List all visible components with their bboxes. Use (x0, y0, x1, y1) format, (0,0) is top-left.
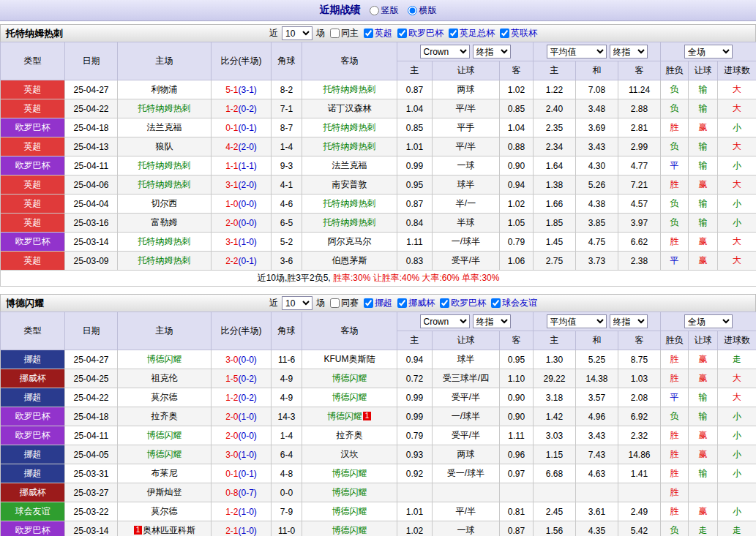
col-away: 客场 (302, 312, 397, 350)
scope-select[interactable]: 全场 (684, 45, 733, 58)
bookmaker-select[interactable]: Crown (420, 314, 470, 328)
subcol-res-handicap: 让球 (689, 331, 718, 350)
league-filter[interactable]: 挪威杯 (394, 297, 435, 309)
asian-index-select[interactable]: 终指 (473, 314, 511, 328)
result-handicap (689, 483, 718, 502)
subcol-res-goals: 进球数 (718, 61, 756, 80)
fulltime-score: 1-2 (225, 507, 238, 517)
euro-draw-odds: 3.61 (576, 502, 618, 521)
asian-away-odds: 0.90 (500, 407, 534, 426)
fulltime-score: 3-0 (225, 450, 238, 460)
league-filter[interactable]: 欧罗巴杯 (394, 27, 444, 39)
layout-option-horizontal[interactable]: 横版 (408, 4, 437, 17)
match-row: 挪威杯25-04-25祖克伦1-5(0-2)4-9博德闪耀0.72受三球半/四1… (1, 369, 756, 388)
asian-home-odds: 0.94 (397, 350, 433, 369)
score: 1-2(0-2) (212, 99, 272, 118)
league-checkbox[interactable] (440, 298, 449, 308)
fulltime-score: 5-1 (225, 85, 238, 95)
league-badge: 挪威杯 (1, 369, 65, 388)
horizontal-layout-radio[interactable] (408, 6, 417, 15)
match-date: 25-04-11 (65, 426, 118, 445)
league-filter[interactable]: 球会友谊 (488, 297, 537, 309)
asian-home-odds: 0.99 (397, 156, 433, 175)
league-filter-label: 欧罗巴杯 (451, 297, 486, 309)
match-count-select[interactable]: 10 (282, 296, 312, 310)
league-checkbox[interactable] (364, 29, 373, 38)
league-checkbox[interactable] (491, 298, 501, 308)
corners: 14-3 (272, 407, 302, 426)
asian-index-select[interactable]: 终指 (473, 45, 511, 58)
euro-draw-odds: 3.57 (576, 388, 618, 407)
match-date: 25-04-11 (65, 156, 118, 175)
subcol-euro-away: 客 (618, 61, 661, 80)
section-header: 博德闪耀近10场同赛挪超挪威杯欧罗巴杯球会友谊 (0, 294, 756, 312)
league-checkbox[interactable] (364, 298, 373, 308)
league-filter[interactable]: 英超 (361, 27, 392, 39)
match-row: 英超25-04-13狼队4-2(2-0)1-4托特纳姆热刺1.01平/半0.88… (1, 137, 756, 156)
vertical-layout-radio[interactable] (370, 6, 379, 15)
league-filter[interactable]: 英足总杯 (446, 27, 495, 39)
red-card-icon: 1 (134, 526, 142, 535)
league-filter-label: 欧罗巴杯 (408, 27, 444, 39)
match-count-select[interactable]: 10 (282, 26, 312, 40)
col-score: 比分(半场) (212, 312, 272, 350)
euro-index-select[interactable]: 终指 (610, 45, 648, 58)
home-team: 拉齐奥 (118, 407, 212, 426)
league-checkbox[interactable] (449, 29, 458, 38)
subcol-asian-handicap: 让球 (433, 61, 500, 80)
same-checkbox[interactable] (330, 29, 340, 38)
away-team-name: 托特纳姆热刺 (323, 84, 376, 94)
same-filter[interactable]: 同赛 (327, 297, 359, 309)
euro-home-odds: 6.68 (534, 464, 576, 483)
team-name: 博德闪耀 (1, 297, 44, 310)
subcol-res-wdl: 胜负 (661, 331, 689, 350)
asian-home-odds: 1.11 (397, 233, 433, 252)
subcol-euro-home: 主 (534, 61, 576, 80)
match-date: 25-03-16 (65, 214, 118, 233)
asian-handicap: 受一/球半 (433, 464, 500, 483)
near-label: 近 (269, 27, 278, 39)
subcol-euro-home: 主 (534, 331, 576, 350)
corners: 4-6 (272, 195, 302, 214)
away-team-name: 博德闪耀 (332, 487, 367, 497)
euro-away-odds: 2.38 (618, 252, 661, 271)
euro-book-select[interactable]: 平均值 (547, 314, 607, 328)
halftime-score: (2-0) (239, 142, 257, 152)
league-filter[interactable]: 英联杯 (497, 27, 537, 39)
euro-index-select[interactable]: 终指 (610, 314, 648, 328)
corners: 11-0 (272, 521, 302, 536)
match-row: 欧罗巴杯25-04-18拉齐奥2-0(1-0)14-3博德闪耀10.99一/球半… (1, 407, 756, 426)
result-overunder: 走 (718, 350, 756, 369)
league-badge: 球会友谊 (1, 502, 65, 521)
league-filter[interactable]: 挪超 (361, 297, 392, 309)
asian-away-odds: 0.96 (500, 445, 534, 464)
asian-handicap: 两球 (433, 80, 500, 99)
league-checkbox[interactable] (397, 298, 407, 308)
away-team-name: 博德闪耀 (332, 392, 367, 402)
match-row: 英超25-04-06托特纳姆热刺3-1(2-0)4-1南安普敦0.95球半0.9… (1, 175, 756, 195)
bookmaker-select[interactable]: Crown (420, 45, 470, 58)
home-team: 博德闪耀 (118, 445, 212, 464)
result-overunder: 小 (718, 118, 756, 137)
subcol-asian-home: 主 (397, 61, 433, 80)
red-card-icon: 1 (363, 412, 371, 420)
scope-select[interactable]: 全场 (684, 314, 733, 328)
euro-draw-odds (576, 483, 618, 502)
asian-handicap: 半球 (433, 214, 500, 233)
euro-home-odds: 1.42 (534, 407, 576, 426)
result-wdl: 负 (661, 80, 689, 99)
league-checkbox[interactable] (397, 29, 407, 38)
col-home: 主场 (118, 312, 212, 350)
same-checkbox[interactable] (330, 298, 340, 308)
euro-home-odds: 2.34 (534, 137, 576, 156)
league-checkbox[interactable] (500, 29, 509, 38)
layout-option-vertical[interactable]: 竖版 (370, 4, 399, 17)
home-team-name: 拉齐奥 (151, 411, 178, 421)
euro-home-odds: 3.03 (534, 426, 576, 445)
euro-draw-odds: 4.75 (576, 233, 618, 252)
euro-book-select[interactable]: 平均值 (547, 45, 607, 58)
same-filter[interactable]: 同主 (327, 27, 359, 39)
league-filter[interactable]: 欧罗巴杯 (437, 297, 486, 309)
league-badge: 欧罗巴杯 (1, 407, 65, 426)
subcol-asian-handicap: 让球 (433, 331, 500, 350)
